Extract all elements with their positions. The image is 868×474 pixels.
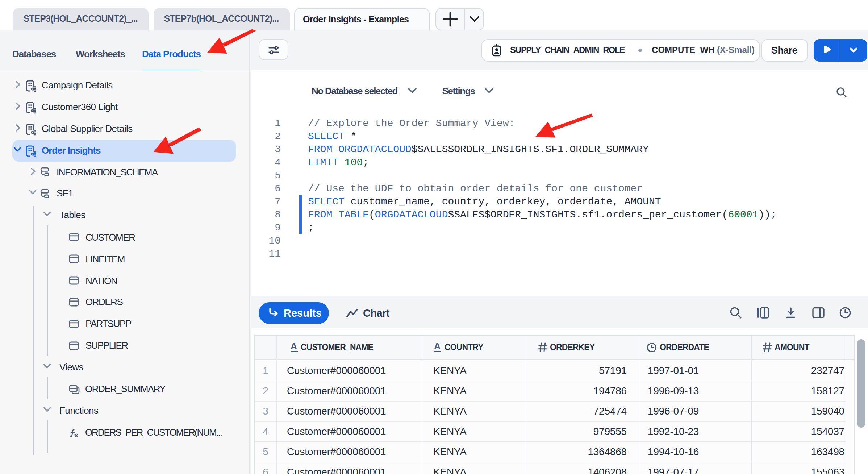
svg-text:A: A <box>290 341 297 351</box>
svg-text:A: A <box>434 341 441 351</box>
